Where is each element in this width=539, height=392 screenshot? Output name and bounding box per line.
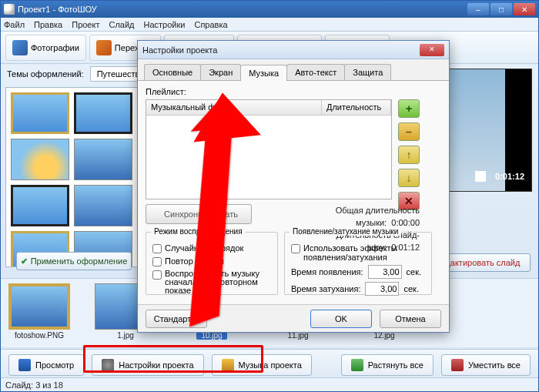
themes-label: Темы оформлений: (7, 69, 84, 79)
apply-theme-label: Применить оформление (31, 256, 128, 266)
tab-screen[interactable]: Экран (200, 64, 241, 80)
tab-music[interactable]: Музыка (240, 65, 287, 81)
playlist-move-up-button[interactable]: ↑ (398, 146, 420, 164)
random-label: Случайный порядок (165, 243, 243, 253)
random-checkbox[interactable] (152, 244, 162, 253)
slide-name: fotoshow.PNG (15, 331, 64, 340)
playlist-table[interactable]: Музыкальный файл Длительность (146, 99, 392, 199)
playback-mode-group: Режим воспроизведения Случайный порядок … (146, 232, 278, 295)
preview-button-label: Просмотр (35, 360, 74, 370)
timeline-slide[interactable]: fotoshow.PNG (7, 283, 72, 343)
theme-thumb[interactable] (11, 185, 69, 226)
menu-project[interactable]: Проект (72, 20, 99, 29)
theme-thumb[interactable] (11, 139, 69, 180)
menu-file[interactable]: Файл (4, 20, 25, 29)
tab-main[interactable]: Основные (144, 64, 201, 80)
toolbar-photos-label: Фотографии (31, 43, 79, 52)
stretch-all-label: Растянуть все (368, 360, 424, 370)
toolbar-photos[interactable]: Фотографии (5, 35, 86, 61)
transitions-icon (96, 40, 112, 55)
check-icon: ✔ (21, 256, 28, 266)
repeat-checkbox[interactable] (152, 257, 162, 266)
fit-all-button[interactable]: Уместить все (441, 354, 531, 376)
theme-gallery (5, 87, 142, 267)
total-music-value: 0:00:00 (391, 218, 420, 227)
menu-slide[interactable]: Слайд (109, 20, 134, 29)
tab-protect[interactable]: Защита (344, 64, 391, 80)
dialog-tabs: Основные Экран Музыка Авто-текст Защита (138, 59, 449, 81)
dialog-bottom-bar: Стандарт▾ OK Отмена (138, 304, 449, 332)
sec-label: сек. (407, 267, 422, 276)
playlist-label: Плейлист: (146, 87, 441, 96)
status-text: Слайд: 3 из 18 (5, 380, 63, 390)
fingerprint-icon (102, 359, 114, 371)
title-bar: Проект1 - ФотоШОУ – □ ✕ (1, 1, 538, 18)
theme-thumb[interactable] (74, 92, 132, 134)
project-music-button[interactable]: Музыка проекта (212, 354, 312, 376)
photos-icon (12, 40, 28, 55)
fade-in-label: Время появления: (291, 267, 363, 276)
playlist-add-button[interactable]: + (398, 99, 420, 118)
dialog-close-button[interactable]: ✕ (420, 44, 444, 56)
monitor-icon (18, 359, 31, 371)
project-settings-button[interactable]: Настройки проекта (92, 354, 203, 376)
standard-button[interactable]: Стандарт▾ (146, 310, 207, 328)
stretch-all-button[interactable]: Растянуть все (341, 354, 434, 376)
fade-effects-checkbox[interactable] (291, 244, 300, 253)
music-icon (222, 359, 234, 371)
col-file: Музыкальный файл (146, 100, 322, 115)
col-duration: Длительность (322, 100, 391, 115)
window-title: Проект1 - ФотоШОУ (18, 5, 97, 14)
sec-label: сек. (403, 284, 419, 293)
dialog-title: Настройки проекта (142, 45, 217, 55)
fade-out-input[interactable] (365, 282, 399, 296)
fade-out-label: Время затухания: (291, 284, 360, 293)
playlist-remove-button[interactable]: – (398, 122, 420, 141)
repeat-label: Повтор музыки (165, 256, 224, 266)
slide-name: 1.jpg (117, 331, 134, 340)
stop-icon[interactable] (475, 171, 486, 182)
fade-effects-label: Использовать эффекты появления/затухания (303, 243, 425, 262)
dialog-title-bar: Настройки проекта ✕ (138, 41, 449, 59)
group-label: Появление/затухание музыки (290, 227, 401, 236)
playlist-header: Музыкальный файл Длительность (146, 100, 391, 116)
project-settings-dialog: Настройки проекта ✕ Основные Экран Музык… (137, 40, 450, 333)
project-settings-label: Настройки проекта (119, 360, 193, 370)
theme-thumb[interactable] (74, 185, 132, 226)
fade-in-input[interactable] (368, 265, 402, 279)
app-icon (4, 4, 15, 15)
playlist-move-down-button[interactable]: ↓ (398, 169, 420, 187)
apply-theme-button[interactable]: ✔ Применить оформление (16, 252, 132, 270)
theme-thumb[interactable] (74, 139, 132, 180)
menu-edit[interactable]: Правка (34, 20, 62, 29)
project-music-label: Музыка проекта (239, 360, 302, 370)
window-minimize-button[interactable]: – (467, 3, 489, 15)
chevron-down-icon: ▾ (194, 313, 199, 323)
restart-label: Воспроизводить музыку сначала при повтор… (165, 270, 271, 295)
fit-icon (451, 359, 464, 371)
dialog-body: Плейлист: Музыкальный файл Длительность … (138, 81, 449, 309)
menu-bar: Файл Правка Проект Слайд Настройки Справ… (1, 18, 538, 32)
group-label: Режим воспроизведения (151, 227, 246, 236)
standard-label: Стандарт (154, 314, 192, 323)
preview-button[interactable]: Просмотр (8, 354, 84, 376)
cancel-button[interactable]: Отмена (380, 310, 441, 328)
theme-thumb[interactable] (11, 92, 69, 134)
fade-group: Появление/затухание музыки Использовать … (284, 232, 432, 295)
bottom-toolbar: Просмотр Настройки проекта Музыка проект… (1, 349, 538, 380)
fit-all-label: Уместить все (468, 360, 521, 370)
menu-help[interactable]: Справка (194, 20, 227, 29)
playlist-buttons: + – ↑ ↓ ✕ (398, 99, 421, 210)
tab-autotext[interactable]: Авто-текст (286, 64, 345, 80)
window-close-button[interactable]: ✕ (514, 3, 535, 15)
menu-settings[interactable]: Настройки (144, 20, 186, 29)
sync-label: Синхронизировать (164, 209, 238, 219)
slide-thumb (8, 283, 70, 330)
ok-button[interactable]: OK (310, 310, 372, 328)
preview-time: 0:01:12 (495, 172, 524, 181)
sync-button[interactable]: Синхронизировать (146, 204, 252, 224)
status-bar: Слайд: 3 из 18 (1, 377, 538, 391)
window-maximize-button[interactable]: □ (490, 3, 512, 15)
restart-checkbox[interactable] (152, 270, 162, 280)
stretch-icon (351, 359, 363, 371)
